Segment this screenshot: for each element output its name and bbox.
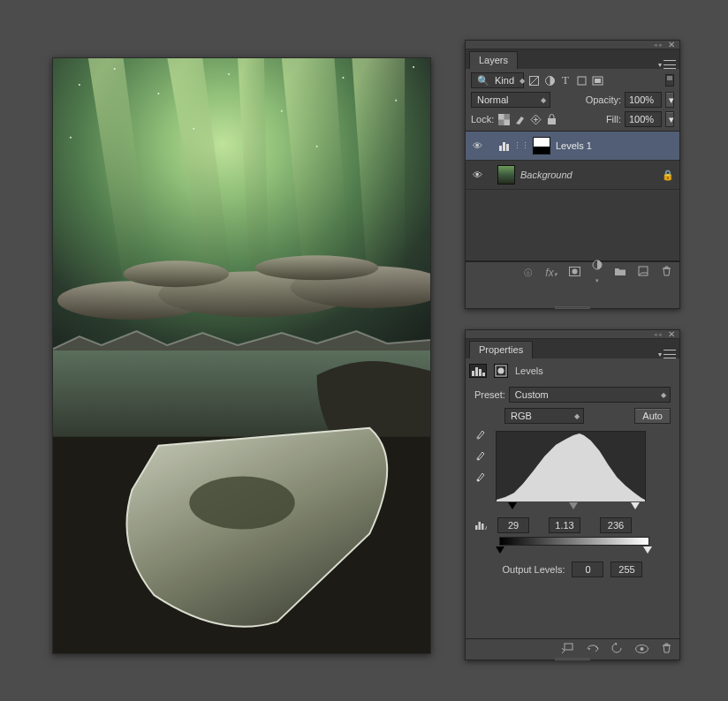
close-icon[interactable]: ✕ (668, 40, 675, 49)
highlight-input[interactable]: 236 (600, 517, 632, 533)
svg-rect-28 (504, 119, 510, 125)
grip-dots: ◂◂ (654, 331, 663, 338)
output-low-value: 0 (585, 564, 590, 575)
search-icon: 🔍 (477, 74, 489, 87)
channel-select[interactable]: RGB ◆ (504, 408, 584, 424)
svg-point-46 (477, 479, 479, 481)
output-slider-track[interactable] (499, 547, 649, 556)
shadow-slider[interactable] (508, 502, 517, 509)
filter-shape-icon[interactable] (575, 74, 588, 87)
midtone-input[interactable]: 1.13 (549, 517, 580, 533)
shadow-input[interactable]: 29 (497, 517, 529, 533)
output-high-input[interactable]: 255 (610, 562, 642, 577)
levels-icon[interactable] (469, 364, 487, 378)
opacity-value: 100% (629, 94, 654, 105)
shadow-value: 29 (508, 520, 519, 531)
filter-pixels-icon[interactable] (527, 74, 540, 87)
svg-point-35 (572, 268, 577, 274)
panel-grip[interactable]: ◂◂ ✕ (466, 330, 679, 339)
histogram[interactable] (496, 431, 646, 501)
close-icon[interactable]: ✕ (668, 329, 675, 339)
mask-mode-icon[interactable] (494, 364, 508, 378)
layer-thumb[interactable] (497, 165, 515, 185)
fill-input[interactable]: 100% (625, 111, 662, 127)
svg-rect-48 (479, 522, 482, 530)
output-gradient[interactable] (499, 537, 649, 546)
svg-rect-49 (482, 524, 484, 530)
panel-menu-icon[interactable] (664, 350, 676, 358)
blend-mode-select[interactable]: Normal ◆ (471, 92, 550, 108)
svg-point-5 (281, 110, 283, 112)
svg-point-11 (316, 146, 318, 147)
layer-style-icon[interactable]: fx▾ (545, 267, 557, 279)
opacity-input[interactable]: 100% (625, 92, 662, 108)
document-canvas[interactable] (52, 57, 431, 654)
svg-rect-31 (503, 142, 505, 151)
white-point-eyedropper-icon[interactable] (474, 470, 487, 482)
svg-point-1 (79, 84, 80, 86)
layer-name[interactable]: Levels 1 (556, 140, 592, 151)
output-high-slider[interactable] (643, 546, 652, 554)
lock-icon[interactable]: 🔒 (662, 170, 674, 181)
lock-transparency-icon[interactable] (497, 113, 510, 125)
gray-point-eyedropper-icon[interactable] (474, 448, 487, 461)
panel-menu-arrow: ▾ (658, 61, 662, 69)
svg-point-43 (498, 368, 504, 374)
lock-pixels-icon[interactable] (513, 113, 526, 125)
tab-properties[interactable]: Properties (469, 341, 533, 358)
output-low-input[interactable]: 0 (572, 562, 603, 577)
panel-menu-icon[interactable] (664, 60, 676, 69)
svg-rect-30 (499, 146, 502, 151)
filter-smart-icon[interactable] (591, 74, 603, 87)
visibility-icon[interactable]: 👁 (471, 140, 483, 151)
delete-adjustment-icon[interactable] (660, 643, 672, 656)
output-low-slider[interactable] (496, 546, 504, 554)
add-mask-icon[interactable] (568, 267, 580, 279)
svg-point-16 (255, 255, 378, 280)
layers-list: 👁 ⋮⋮ Levels 1 👁 Background 🔒 (466, 131, 679, 261)
input-slider-track[interactable] (496, 503, 646, 512)
filter-kind-label: Kind (495, 75, 514, 86)
layer-row-levels1[interactable]: 👁 ⋮⋮ Levels 1 (466, 132, 679, 161)
visibility-icon[interactable]: 👁 (471, 170, 483, 180)
lock-position-icon[interactable] (529, 113, 542, 125)
opacity-dropdown[interactable]: ▾ (665, 92, 674, 108)
layer-row-background[interactable]: 👁 Background 🔒 (466, 161, 679, 190)
new-adjustment-icon[interactable]: ▾ (591, 260, 603, 285)
svg-rect-29 (548, 118, 556, 124)
reset-icon[interactable] (610, 643, 623, 656)
black-point-eyedropper-icon[interactable] (474, 427, 487, 440)
fill-dropdown[interactable]: ▾ (665, 111, 674, 127)
highlight-slider[interactable] (631, 502, 640, 509)
lock-all-icon[interactable] (545, 113, 557, 125)
grip-dots: ◂◂ (654, 41, 663, 49)
tab-layers[interactable]: Layers (469, 51, 518, 69)
svg-line-21 (529, 76, 539, 86)
toggle-visibility-icon[interactable] (635, 644, 648, 656)
clip-to-layer-icon[interactable] (561, 643, 573, 656)
link-mask-icon[interactable]: ⋮⋮ (515, 139, 527, 152)
panel-tabbar: Layers ▾ (466, 49, 679, 69)
delete-layer-icon[interactable] (660, 266, 672, 279)
filter-toggle[interactable] (665, 74, 674, 87)
view-previous-icon[interactable] (586, 644, 598, 656)
filter-kind-select[interactable]: 🔍 Kind ◆ (471, 72, 524, 88)
panel-grip[interactable]: ◂◂ ✕ (466, 41, 679, 49)
layer-name[interactable]: Background (520, 170, 573, 180)
auto-button[interactable]: Auto (634, 408, 671, 424)
new-layer-icon[interactable] (637, 266, 649, 279)
midtone-slider[interactable] (569, 502, 578, 509)
preset-select[interactable]: Custom ◆ (509, 387, 671, 403)
filter-adjustments-icon[interactable] (543, 74, 556, 87)
filter-type-icon[interactable]: T (559, 74, 572, 87)
layer-mask-thumb[interactable] (533, 137, 550, 155)
photo-aurora (53, 58, 430, 653)
svg-point-4 (228, 73, 230, 75)
svg-rect-38 (472, 371, 474, 376)
new-group-icon[interactable] (614, 267, 626, 279)
svg-point-2 (114, 68, 116, 70)
svg-point-19 (189, 477, 294, 530)
svg-point-6 (342, 77, 344, 79)
link-layers-icon[interactable]: ⦾ (522, 267, 535, 279)
lock-label: Lock: (471, 114, 494, 124)
